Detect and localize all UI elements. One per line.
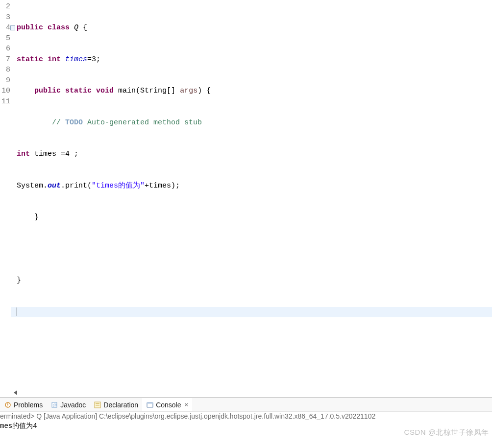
console-header: erminated> Q [Java Application] C:\eclip… [0, 411, 492, 420]
code-line: static int times=3; [17, 54, 492, 65]
line-number: 7 [0, 54, 11, 65]
code-line: } [17, 212, 492, 223]
tab-javadoc[interactable]: @ Javadoc [47, 398, 90, 411]
line-number: 5 [0, 33, 11, 44]
tab-label: Problems [14, 401, 43, 409]
svg-rect-1 [7, 403, 8, 405]
code-line: public class Q { [17, 23, 492, 33]
line-number: 6 [0, 44, 11, 54]
declaration-icon [94, 401, 101, 409]
code-area[interactable]: public class Q { static int times=3; pub… [11, 0, 492, 388]
svg-rect-7 [96, 405, 99, 405]
line-number: 9 [0, 75, 11, 86]
code-line [17, 244, 492, 255]
horizontal-scrollbar[interactable] [0, 388, 492, 397]
svg-rect-9 [147, 402, 153, 404]
line-number: 2 [0, 1, 11, 12]
code-editor[interactable]: 2 3 4 5 6 7 8 9 10 11 public class Q { s… [0, 0, 492, 388]
line-number: 10 [0, 86, 11, 96]
svg-rect-6 [96, 403, 99, 404]
scroll-left-arrow-icon[interactable] [14, 390, 17, 395]
line-number-gutter: 2 3 4 5 6 7 8 9 10 11 [0, 0, 11, 388]
views-tab-bar: Problems @ Javadoc Declaration Console × [0, 398, 492, 411]
line-number-fold[interactable]: 4 [0, 23, 11, 33]
code-line: public static void main(String[] args) { [17, 86, 492, 96]
tab-label: Javadoc [60, 401, 86, 409]
tab-label: Declaration [103, 401, 138, 409]
code-line: } [17, 275, 492, 286]
line-number: 11 [0, 96, 11, 107]
svg-rect-2 [7, 405, 8, 406]
close-icon[interactable]: × [185, 401, 189, 408]
tab-declaration[interactable]: Declaration [90, 398, 142, 411]
line-number: 8 [0, 65, 11, 75]
code-line: // TODO Auto-generated method stub [17, 118, 492, 128]
console-icon [146, 401, 154, 409]
problems-icon [4, 401, 12, 409]
code-line: int times =4 ; [17, 149, 492, 160]
bottom-panel: Problems @ Javadoc Declaration Console ×… [0, 397, 492, 448]
console-output: mes的值为4 [0, 420, 492, 430]
javadoc-icon: @ [50, 401, 58, 409]
code-line: System.out.print("times的值为"+times); [17, 181, 492, 191]
text-cursor [17, 307, 17, 316]
svg-text:@: @ [53, 402, 57, 407]
tab-problems[interactable]: Problems [0, 398, 47, 411]
tab-console[interactable]: Console × [142, 398, 192, 411]
code-line-current [11, 307, 492, 318]
line-number: 3 [0, 12, 11, 23]
tab-label: Console [156, 401, 181, 409]
